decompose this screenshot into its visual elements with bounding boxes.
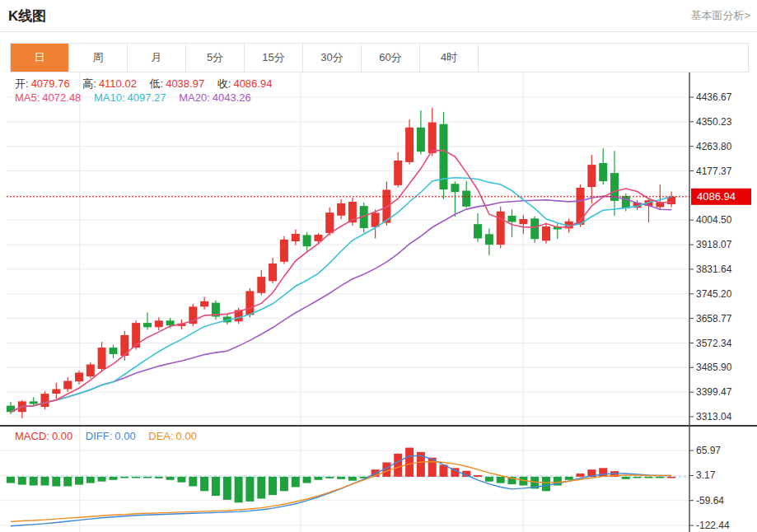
svg-text:-122.44: -122.44 — [696, 520, 730, 531]
svg-text:65.97: 65.97 — [696, 445, 721, 456]
svg-text:3399.47: 3399.47 — [696, 386, 732, 398]
interval-tab-bar: 日周月5分15分30分60分4时 — [10, 43, 749, 72]
main-y-axis-labels: 4436.674350.234263.804177.374004.503918.… — [689, 91, 732, 422]
svg-text:-59.64: -59.64 — [696, 495, 724, 506]
tab-周[interactable]: 周 — [69, 44, 128, 72]
svg-text:3918.07: 3918.07 — [696, 239, 732, 250]
svg-text:4086.94: 4086.94 — [697, 190, 736, 203]
svg-text:4177.37: 4177.37 — [696, 166, 732, 177]
page-title: K线图 — [8, 7, 46, 26]
svg-text:3658.77: 3658.77 — [696, 313, 732, 324]
svg-text:3313.04: 3313.04 — [696, 411, 732, 422]
svg-text:3572.34: 3572.34 — [696, 338, 732, 349]
svg-text:4263.80: 4263.80 — [696, 141, 732, 152]
candles — [7, 108, 675, 418]
tab-4时[interactable]: 4时 — [420, 44, 479, 72]
tab-15分[interactable]: 15分 — [245, 44, 303, 72]
macd-y-axis-labels: 65.973.17-59.64-122.44 — [689, 445, 730, 531]
svg-text:3831.64: 3831.64 — [696, 264, 732, 275]
tab-60分[interactable]: 60分 — [362, 44, 420, 72]
svg-text:4436.67: 4436.67 — [696, 91, 732, 103]
tab-30分[interactable]: 30分 — [303, 44, 362, 72]
ma5-line — [11, 151, 671, 413]
dea-line — [11, 462, 671, 522]
svg-text:4004.50: 4004.50 — [696, 214, 732, 226]
main-gridlines — [7, 72, 689, 426]
header-divider — [0, 31, 757, 32]
ma20-line — [11, 196, 671, 412]
svg-text:3745.20: 3745.20 — [696, 288, 732, 300]
svg-text:3.17: 3.17 — [696, 469, 716, 481]
kline-chart[interactable]: 4436.674350.234263.804177.374004.503918.… — [0, 72, 757, 532]
tab-月[interactable]: 月 — [128, 44, 186, 72]
fundamental-analysis-link[interactable]: 基本面分析> — [690, 8, 750, 23]
svg-text:3485.90: 3485.90 — [696, 362, 732, 373]
tab-日[interactable]: 日 — [11, 44, 69, 72]
current-price-marker: 4086.94 — [691, 189, 751, 205]
svg-text:4350.23: 4350.23 — [696, 116, 732, 128]
tab-5分[interactable]: 5分 — [186, 44, 245, 72]
tab-bar-filler — [479, 44, 748, 72]
